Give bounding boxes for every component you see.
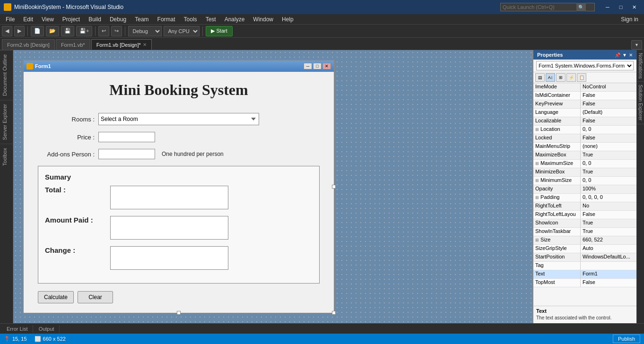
prop-row-righttoleft[interactable]: RightToLeft No: [533, 202, 636, 211]
prop-row-sizegripstyle[interactable]: SizeGripStyle Auto: [533, 245, 636, 253]
props-collapse-btn[interactable]: ▼: [622, 52, 627, 58]
addons-input[interactable]: [98, 149, 155, 159]
sidebar-item-document-outline[interactable]: Document Outline: [0, 50, 13, 100]
close-btn[interactable]: ✕: [628, 2, 640, 12]
prop-row-maximizebox[interactable]: MaximizeBox True: [533, 151, 636, 160]
properties-panel: Properties 📌 ▼ ✕ Form1 System.Windows.Fo…: [532, 50, 636, 323]
prop-row-showintaskbar[interactable]: ShowInTaskbar True: [533, 228, 636, 236]
location-expand[interactable]: ⊞: [535, 127, 539, 132]
calculate-button[interactable]: Calculate: [38, 291, 74, 303]
form1-restore-btn[interactable]: □: [313, 63, 322, 69]
props-alphabetical-btn[interactable]: A↕: [546, 73, 555, 82]
save-all-btn[interactable]: 💾+: [76, 26, 92, 36]
padding-expand[interactable]: ⊞: [535, 195, 539, 200]
undo-btn[interactable]: ↩: [98, 26, 109, 36]
menu-tools[interactable]: Tools: [180, 15, 201, 24]
menu-debug[interactable]: Debug: [106, 15, 130, 24]
prop-row-location[interactable]: ⊞ Location 0, 0: [533, 126, 636, 134]
tab-form2-design[interactable]: Form2.vb [Design]: [2, 39, 55, 50]
prop-row-size[interactable]: ⊞ Size 660, 522: [533, 236, 636, 245]
menu-build[interactable]: Build: [85, 15, 105, 24]
prop-row-padding[interactable]: ⊞ Padding 0, 0, 0, 0: [533, 194, 636, 202]
prop-row-topmost[interactable]: TopMost False: [533, 279, 636, 287]
props-events-btn[interactable]: ⚡: [566, 73, 576, 82]
prop-row-minimizebox[interactable]: MinimizeBox True: [533, 168, 636, 177]
tab-form1-design[interactable]: Form1.vb [Design]* ✕: [91, 39, 152, 50]
prop-row-ismdicontainer[interactable]: IsMdiContainer False: [533, 92, 636, 100]
search-icon-btn[interactable]: 🔍: [576, 3, 586, 11]
prop-row-locked[interactable]: Locked False: [533, 134, 636, 143]
tab-dropdown-btn[interactable]: ▼: [631, 40, 642, 50]
props-close-btn[interactable]: ✕: [629, 52, 633, 58]
save-btn[interactable]: 💾: [61, 26, 74, 36]
form1-minimize-btn[interactable]: ─: [304, 63, 312, 69]
redo-btn[interactable]: ↪: [111, 26, 122, 36]
minimumsize-expand[interactable]: ⊞: [535, 178, 539, 183]
form1-close-btn[interactable]: ✕: [322, 63, 331, 69]
props-object-select[interactable]: Form1 System.Windows.Forms.Form: [536, 61, 634, 70]
publish-btn[interactable]: Publish: [613, 335, 640, 343]
tab-close-icon[interactable]: ✕: [143, 42, 147, 47]
maximumsize-expand[interactable]: ⊞: [535, 161, 539, 166]
resize-handle-bottom[interactable]: [177, 311, 181, 315]
sidebar-item-solution-explorer[interactable]: Solution Explorer: [637, 82, 644, 124]
menu-edit[interactable]: Edit: [19, 15, 37, 24]
properties-footer: Text The text associated with the contro…: [533, 306, 636, 323]
sidebar-item-notifications[interactable]: Notifications: [637, 50, 644, 82]
menu-window[interactable]: Window: [249, 15, 277, 24]
platform-select[interactable]: Any CPU: [164, 26, 200, 36]
prop-row-showicon[interactable]: ShowIcon True: [533, 219, 636, 228]
prop-row-opacity[interactable]: Opacity 100%: [533, 185, 636, 194]
title-bar: MiniBookinSystem - Microsoft Visual Stud…: [0, 0, 644, 14]
resize-handle-right[interactable]: [332, 185, 336, 189]
debug-mode-select[interactable]: Debug Release: [128, 26, 162, 36]
prop-row-tag[interactable]: Tag: [533, 262, 636, 270]
props-categorized-btn[interactable]: ▤: [535, 73, 545, 82]
prop-row-keypreview[interactable]: KeyPreview False: [533, 100, 636, 109]
amount-box[interactable]: [110, 216, 228, 240]
sidebar-item-toolbox[interactable]: Toolbox: [0, 144, 13, 170]
price-input[interactable]: [98, 132, 155, 142]
sidebar-item-server-explorer[interactable]: Server Explorer: [0, 100, 13, 144]
menu-format[interactable]: Format: [154, 15, 179, 24]
restore-btn[interactable]: □: [615, 2, 627, 12]
prop-key-maximumsize: ⊞ MaximumSize: [533, 160, 581, 168]
props-properties-btn[interactable]: ⊞: [556, 73, 566, 82]
menu-view[interactable]: View: [38, 15, 58, 24]
menu-team[interactable]: Team: [131, 15, 152, 24]
menu-project[interactable]: Project: [59, 15, 84, 24]
tab-error-list[interactable]: Error List: [2, 325, 33, 333]
prop-row-localizable[interactable]: Localizable False: [533, 117, 636, 126]
menu-analyze[interactable]: Analyze: [221, 15, 249, 24]
prop-row-righttoleftlayout[interactable]: RightToLeftLayou False: [533, 211, 636, 219]
nav-fwd-btn[interactable]: ▶: [14, 26, 25, 36]
minimize-btn[interactable]: ─: [601, 2, 614, 12]
menu-test[interactable]: Test: [202, 15, 220, 24]
resize-handle-br[interactable]: [332, 311, 336, 315]
menu-file[interactable]: File: [2, 15, 18, 24]
new-project-btn[interactable]: 📄: [31, 26, 44, 36]
rooms-combo[interactable]: Select a Room: [98, 113, 259, 125]
props-pin-btn[interactable]: 📌: [615, 52, 620, 58]
quick-launch-input[interactable]: [501, 4, 576, 10]
tab-form1-vb[interactable]: Form1.vb*: [56, 39, 90, 50]
change-box[interactable]: [110, 246, 228, 270]
prop-row-language[interactable]: Language (Default): [533, 109, 636, 117]
props-proppage-btn[interactable]: 📋: [577, 73, 586, 82]
open-btn[interactable]: 📂: [46, 26, 59, 36]
prop-row-text[interactable]: Text Form1: [533, 270, 636, 279]
prop-row-imemode[interactable]: ImeMode NoControl: [533, 83, 636, 92]
properties-table: ImeMode NoControl IsMdiContainer False K…: [533, 83, 636, 306]
prop-row-maximumsize[interactable]: ⊞ MaximumSize 0, 0: [533, 160, 636, 168]
total-box[interactable]: [110, 186, 228, 209]
prop-row-mainmenustrip[interactable]: MainMenuStrip (none): [533, 143, 636, 151]
nav-back-btn[interactable]: ◀: [2, 26, 12, 36]
size-expand[interactable]: ⊞: [535, 238, 539, 242]
prop-row-minimumsize[interactable]: ⊞ MinimumSize 0, 0: [533, 177, 636, 185]
tab-output[interactable]: Output: [34, 325, 60, 333]
start-btn[interactable]: ▶ Start: [206, 26, 232, 36]
clear-button[interactable]: Clear: [78, 291, 113, 303]
signin-link[interactable]: Sign in: [617, 15, 642, 24]
menu-help[interactable]: Help: [278, 15, 297, 24]
prop-row-startposition[interactable]: StartPosition WindowsDefaultLo...: [533, 253, 636, 262]
